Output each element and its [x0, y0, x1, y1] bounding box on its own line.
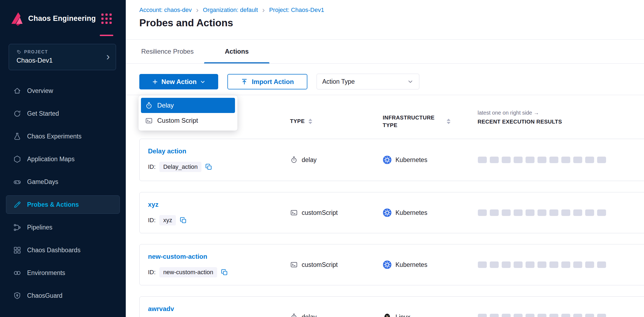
application-maps-icon [13, 155, 21, 163]
sidebar-item-label: Get Started [27, 110, 59, 117]
execution-result-slot [597, 209, 606, 216]
action-name-link[interactable]: xyz [148, 200, 159, 209]
execution-result-slot [490, 157, 499, 163]
execution-result-slot [526, 314, 534, 317]
execution-result-slot [526, 209, 534, 216]
sidebar-item-label: ChaosGuard [27, 292, 62, 299]
kubernetes-icon [383, 156, 391, 164]
execution-result-slot [585, 209, 594, 216]
dashboards-icon [13, 246, 21, 254]
copy-icon[interactable] [221, 269, 228, 276]
breadcrumb-project[interactable]: Project: Chaos-Dev1 [269, 7, 324, 14]
terminal-icon [290, 261, 298, 269]
page-title: Probes and Actions [139, 17, 233, 29]
new-action-button[interactable]: New Action [139, 74, 218, 89]
sidebar-item-gamedays[interactable]: GameDays [6, 170, 120, 193]
execution-result-slot [514, 209, 523, 216]
kubernetes-icon [383, 209, 391, 217]
new-action-label: New Action [162, 78, 197, 86]
execution-result-slot [585, 314, 594, 317]
sidebar-item-pipelines[interactable]: Pipelines [6, 216, 120, 239]
sort-icon[interactable] [447, 119, 450, 124]
infrastructure-cell: Kubernetes [383, 261, 427, 269]
execution-result-slot [478, 314, 487, 317]
execution-result-slot [561, 314, 570, 317]
breadcrumb-separator: › [262, 7, 265, 13]
execution-result-slot [490, 209, 499, 216]
main-content: Account: chaos-dev › Organization: defau… [126, 0, 644, 317]
execution-result-slot [585, 261, 594, 268]
menu-item-custom-script[interactable]: Custom Script [141, 113, 235, 128]
project-label: PROJECT [17, 50, 48, 54]
execution-result-slot [573, 209, 582, 216]
flask-icon [13, 132, 21, 141]
execution-result-slot [585, 157, 594, 163]
tab-resilience-probes[interactable]: Resilience Probes [141, 40, 194, 63]
sort-icon[interactable] [308, 119, 312, 124]
recent-execution-results [478, 261, 606, 268]
menu-item-label: Custom Script [157, 117, 198, 124]
tab-actions[interactable]: Actions [204, 40, 269, 63]
sidebar-item-label: Application Maps [27, 156, 75, 163]
action-name-link[interactable]: new-custom-action [148, 252, 207, 261]
breadcrumb-organization[interactable]: Organization: default [203, 7, 258, 14]
execution-result-slot [549, 314, 558, 317]
project-name: Chaos-Dev1 [17, 57, 53, 64]
execution-result-slot [561, 209, 570, 216]
recent-execution-results [478, 209, 606, 216]
action-id-chip: xyz [159, 215, 176, 225]
column-header-recent-results: RECENT EXECUTION RESULTS [478, 119, 562, 125]
execution-result-slot [514, 261, 523, 268]
execution-result-slot [490, 261, 499, 268]
module-indicator [100, 35, 113, 36]
type-cell: delay [290, 313, 317, 317]
copy-icon[interactable] [205, 163, 212, 170]
execution-result-slot [478, 261, 487, 268]
sidebar: Chaos Engineering PROJECT Chaos-Dev1 › O… [0, 0, 126, 317]
sidebar-item-chaos-experiments[interactable]: Chaos Experiments [6, 125, 120, 148]
execution-result-slot [514, 314, 523, 317]
execution-result-slot [597, 261, 606, 268]
sidebar-item-overview[interactable]: Overview [6, 79, 120, 102]
import-action-label: Import Action [252, 78, 294, 86]
chaos-engineering-logo-icon [9, 10, 25, 27]
module-grid-icon[interactable] [101, 14, 113, 24]
infrastructure-cell: Linux [383, 313, 410, 317]
sidebar-nav: Overview Get Started Chaos Experiments A… [0, 79, 126, 307]
copy-icon[interactable] [180, 217, 187, 224]
divider [126, 95, 644, 95]
app-root: Chaos Engineering PROJECT Chaos-Dev1 › O… [0, 0, 644, 317]
pipelines-icon [13, 223, 21, 232]
sidebar-item-probes-actions[interactable]: Probes & Actions [6, 193, 120, 216]
recent-execution-results [478, 157, 606, 163]
execution-result-slot [502, 209, 511, 216]
menu-item-delay[interactable]: Delay [141, 98, 235, 113]
execution-result-slot [573, 261, 582, 268]
action-name-link[interactable]: Delay action [148, 147, 186, 156]
sidebar-item-environments[interactable]: Environments [6, 261, 120, 284]
import-action-button[interactable]: Import Action [227, 74, 307, 89]
infrastructure-cell: Kubernetes [383, 156, 427, 164]
chevron-down-icon [200, 79, 206, 85]
sidebar-item-chaosguard[interactable]: ChaosGuard [6, 284, 120, 307]
sidebar-item-get-started[interactable]: Get Started [6, 102, 120, 125]
sidebar-item-application-maps[interactable]: Application Maps [6, 148, 120, 170]
sidebar-item-label: Chaos Experiments [27, 133, 82, 140]
action-id-row: ID: new-custom-action [148, 267, 228, 277]
new-action-menu: Delay Custom Script [139, 95, 237, 131]
table-row: Delay action ID: Delay_action delay Kube… [139, 139, 644, 181]
project-selector[interactable]: PROJECT Chaos-Dev1 › [9, 44, 116, 70]
sidebar-item-label: Overview [27, 87, 53, 95]
shield-lock-icon [13, 292, 21, 300]
breadcrumb-account[interactable]: Account: chaos-dev [139, 7, 192, 14]
tag-icon [17, 50, 21, 54]
sidebar-item-label: Probes & Actions [27, 201, 79, 208]
action-name-link[interactable]: awrvadv [148, 304, 174, 313]
sidebar-item-chaos-dashboards[interactable]: Chaos Dashboards [6, 239, 120, 261]
execution-result-slot [502, 261, 511, 268]
execution-result-slot [573, 157, 582, 163]
action-type-select[interactable]: Action Type [317, 74, 419, 89]
execution-result-slot [537, 157, 546, 163]
sidebar-header: Chaos Engineering [0, 0, 126, 41]
execution-result-slot [537, 261, 546, 268]
